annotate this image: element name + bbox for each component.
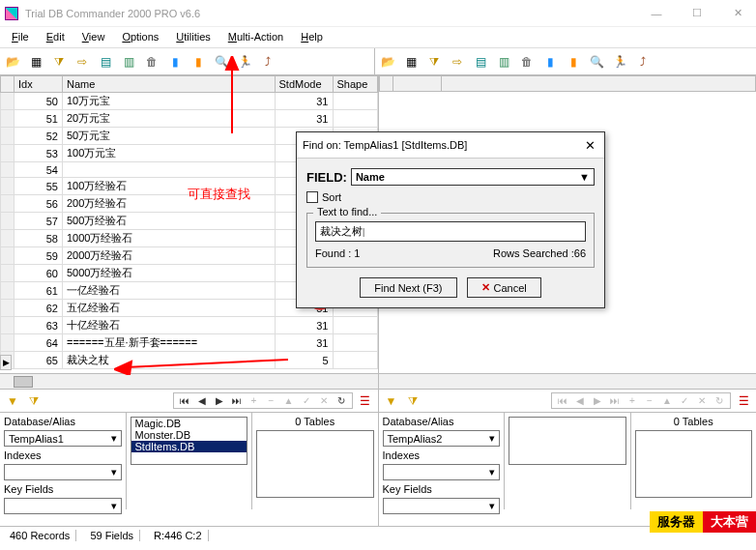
col-shape[interactable]: Shape bbox=[333, 76, 377, 93]
table-row[interactable]: 63十亿经验石31 bbox=[1, 317, 378, 334]
file-item[interactable]: Magic.DB bbox=[131, 418, 247, 429]
dropdown-icon: ▼ bbox=[579, 171, 590, 183]
open2-icon[interactable]: 📂 bbox=[379, 53, 396, 71]
maximize-button[interactable]: ☐ bbox=[683, 0, 712, 27]
search2-icon[interactable]: 🔍 bbox=[588, 53, 605, 71]
minimize-button[interactable]: — bbox=[642, 0, 671, 27]
nav-last[interactable]: ⏭ bbox=[230, 395, 244, 406]
exit2-icon[interactable]: ⤴ bbox=[634, 53, 652, 71]
dlg-title: Find on: TempAlias1 [StdItems.DB] bbox=[303, 139, 581, 151]
hscroll[interactable] bbox=[0, 373, 378, 389]
nav-cancel[interactable]: ✕ bbox=[317, 395, 331, 406]
export-icon[interactable]: ⇨ bbox=[73, 53, 91, 71]
tables-listbox[interactable] bbox=[256, 430, 374, 498]
key-combo[interactable]: ▾ bbox=[4, 498, 122, 514]
field-select[interactable]: Name ▼ bbox=[351, 168, 595, 186]
nav2-first[interactable]: ⏮ bbox=[556, 395, 569, 406]
sort-checkbox[interactable] bbox=[306, 191, 318, 203]
list-icon[interactable]: ☰ bbox=[357, 392, 374, 410]
alias2-combo[interactable]: TempAlias2▾ bbox=[383, 430, 501, 447]
copy2-icon[interactable]: ▥ bbox=[495, 53, 512, 71]
nav-ref[interactable]: ↻ bbox=[334, 395, 348, 406]
tables2-label: 0 Tables bbox=[633, 415, 755, 428]
tool1-icon[interactable]: ▮ bbox=[166, 53, 184, 71]
statusbar: 460 Records 59 Fields R:446 C:2 bbox=[0, 526, 756, 543]
nav2-ref[interactable]: ↻ bbox=[712, 395, 726, 406]
record-nav: ⏮ ◀ ▶ ⏭ + − ▲ ✓ ✕ ↻ bbox=[173, 392, 353, 409]
dlg-close-button[interactable]: ✕ bbox=[581, 136, 598, 154]
filter-bottom-icon[interactable]: ⧩ bbox=[25, 392, 43, 410]
idx-combo[interactable]: ▾ bbox=[4, 464, 122, 480]
row-marker: ▶ bbox=[0, 355, 12, 370]
tool2-icon[interactable]: ▮ bbox=[189, 53, 207, 71]
files-listbox[interactable]: Magic.DB Monster.DB StdItems.DB bbox=[131, 417, 248, 465]
nav-post[interactable]: ✓ bbox=[300, 395, 313, 406]
idx2-combo[interactable]: ▾ bbox=[383, 464, 501, 480]
trash2-icon[interactable]: 🗑 bbox=[518, 53, 536, 71]
table-icon[interactable]: ▦ bbox=[27, 53, 44, 71]
menu-file[interactable]: File bbox=[4, 29, 37, 45]
close-button[interactable]: ✕ bbox=[723, 0, 752, 27]
nav-prev[interactable]: ◀ bbox=[195, 395, 209, 406]
import2-icon[interactable]: ▤ bbox=[472, 53, 489, 71]
menu-help[interactable]: Help bbox=[293, 29, 331, 45]
table2-icon[interactable]: ▦ bbox=[402, 53, 420, 71]
copy-icon[interactable]: ▥ bbox=[120, 53, 137, 71]
hscroll2[interactable] bbox=[379, 373, 757, 389]
filter-icon[interactable]: ⧩ bbox=[50, 53, 68, 71]
sort-label: Sort bbox=[322, 191, 341, 203]
col-stdmode[interactable]: StdMode bbox=[275, 76, 333, 93]
file-item-selected[interactable]: StdItems.DB bbox=[131, 441, 247, 452]
nav-first[interactable]: ⏮ bbox=[178, 395, 191, 406]
nav2-prev[interactable]: ◀ bbox=[573, 395, 587, 406]
badge-yellow: 服务器 bbox=[650, 511, 703, 533]
nav-add[interactable]: + bbox=[247, 395, 261, 406]
files2-listbox[interactable] bbox=[509, 417, 626, 465]
menu-multiaction[interactable]: Multi-Action bbox=[220, 29, 291, 45]
nav2-del[interactable]: − bbox=[643, 395, 656, 406]
cancel-button[interactable]: ✕Cancel bbox=[467, 277, 541, 298]
col-name[interactable]: Name bbox=[63, 76, 276, 93]
alias-combo[interactable]: TempAlias1▾ bbox=[4, 430, 122, 447]
nav-next[interactable]: ▶ bbox=[213, 395, 226, 406]
run2-icon[interactable]: 🏃 bbox=[611, 53, 628, 71]
import-icon[interactable]: ▤ bbox=[97, 53, 114, 71]
filter2-icon[interactable]: ⧩ bbox=[425, 53, 443, 71]
table-row[interactable]: 5010万元宝31 bbox=[1, 93, 378, 110]
nav2-last[interactable]: ⏭ bbox=[608, 395, 622, 406]
find-next-button[interactable]: Find Next (F3) bbox=[360, 277, 456, 298]
table-row[interactable]: 64======五星·新手套======31 bbox=[1, 334, 378, 352]
col-idx[interactable]: Idx bbox=[15, 76, 63, 93]
menu-options[interactable]: Options bbox=[114, 29, 166, 45]
list2-icon[interactable]: ☰ bbox=[735, 392, 752, 410]
tables-label: 0 Tables bbox=[254, 415, 376, 428]
db-icon[interactable]: ▼ bbox=[4, 392, 21, 410]
export2-icon[interactable]: ⇨ bbox=[449, 53, 466, 71]
db-label: Database/Alias bbox=[2, 415, 124, 428]
tool2b-icon[interactable]: ▮ bbox=[565, 53, 582, 71]
find-input[interactable]: 裁决之树| bbox=[315, 221, 586, 242]
nav2-cancel[interactable]: ✕ bbox=[695, 395, 709, 406]
open-icon[interactable]: 📂 bbox=[4, 53, 21, 71]
nav2-next[interactable]: ▶ bbox=[591, 395, 604, 406]
key2-combo[interactable]: ▾ bbox=[383, 498, 501, 514]
nav2-edit[interactable]: ▲ bbox=[660, 395, 674, 406]
red-arrow-up bbox=[222, 56, 242, 133]
table-row[interactable]: 5120万元宝31 bbox=[1, 110, 378, 128]
nav-del[interactable]: − bbox=[265, 395, 278, 406]
filter2-bottom-icon[interactable]: ⧩ bbox=[404, 392, 422, 410]
nav2-post[interactable]: ✓ bbox=[678, 395, 691, 406]
tables2-listbox[interactable] bbox=[635, 430, 753, 498]
menu-utilities[interactable]: Utilities bbox=[168, 29, 218, 45]
searched-text: Rows Searched :66 bbox=[493, 247, 586, 259]
tool1b-icon[interactable]: ▮ bbox=[541, 53, 559, 71]
exit-icon[interactable]: ⤴ bbox=[259, 53, 276, 71]
nav-edit[interactable]: ▲ bbox=[282, 395, 296, 406]
menu-edit[interactable]: Edit bbox=[39, 29, 73, 45]
db2-icon[interactable]: ▼ bbox=[383, 392, 400, 410]
file-item[interactable]: Monster.DB bbox=[131, 429, 247, 441]
red-arrow-left bbox=[114, 356, 288, 375]
trash-icon[interactable]: 🗑 bbox=[143, 53, 160, 71]
nav2-add[interactable]: + bbox=[625, 395, 639, 406]
menu-view[interactable]: View bbox=[74, 29, 113, 45]
